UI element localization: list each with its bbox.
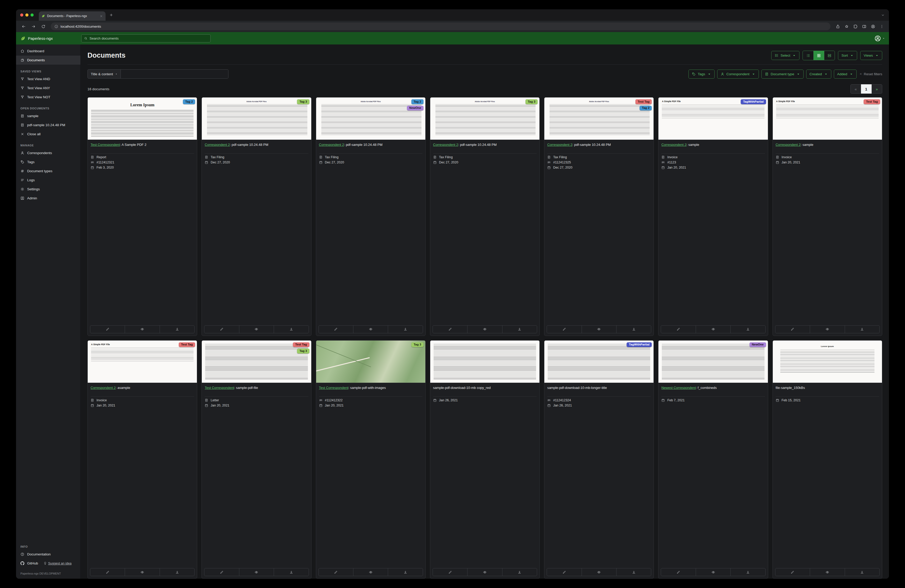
document-date-label: Dec 27, 2020: [211, 160, 230, 164]
sidebar-item-dashboard[interactable]: Dashboard: [16, 46, 81, 55]
sidebar-item-logs[interactable]: Logs: [16, 176, 81, 185]
tag-badge[interactable]: NewOne: [407, 106, 424, 111]
address-bar[interactable]: localhost:4200/documents: [51, 22, 452, 30]
sidebar-item-label: pdf-sample 10.24.48 PM: [27, 123, 65, 127]
tag-badges: Tag 2NewOne: [407, 99, 424, 110]
sidebar-item-admin[interactable]: Admin: [16, 194, 81, 203]
sidebar-item-label: Dashboard: [27, 49, 44, 53]
calendar-icon: [319, 160, 322, 164]
thumbnail-page: Lorem Ipsum: [88, 97, 197, 139]
document-thumbnail[interactable]: Adobe Acrobat PDF FilesTag 3: [430, 97, 452, 140]
thumbnail-doc-body: [435, 104, 452, 136]
sidebar-item-close-all[interactable]: Close all: [16, 130, 81, 139]
document-title: Test Correspondent: A Sample PDF 2: [88, 140, 197, 153]
main-content: Documents Select Sort: [81, 44, 452, 294]
document-card[interactable]: Adobe Acrobat PDF FilesTag 3Corresponden…: [202, 97, 311, 294]
title-content-dropdown[interactable]: Title & content: [87, 69, 121, 79]
document-title-text: : pdf-sample 10.24.48 PM: [344, 143, 383, 147]
sidebar-item-documents[interactable]: Documents: [16, 55, 81, 65]
sidebar-item-test-view-any[interactable]: Test View ANY: [16, 84, 81, 93]
arrow-right-icon: [31, 24, 36, 29]
tab-title: Documents - Paperless-ngx: [47, 14, 98, 18]
sidebar-item-test-view-not[interactable]: Test View NOT: [16, 93, 81, 101]
sidebar-item-label: Test View AND: [27, 77, 50, 81]
document-thumbnail[interactable]: Adobe Acrobat PDF FilesTag 3: [202, 97, 311, 140]
calendar-icon: [433, 160, 437, 164]
tag-badges: Tag 3: [297, 99, 309, 104]
document-asn-label: #112412321: [97, 160, 114, 164]
paperless-app: Paperless-ngx DashboardDocuments SAVED V…: [16, 32, 452, 294]
search-input[interactable]: [89, 36, 208, 40]
document-count: 16 documents: [87, 87, 110, 91]
document-type: Tax Filing: [433, 155, 452, 159]
zoom-window-button[interactable]: [30, 13, 33, 17]
close-window-button[interactable]: [20, 13, 23, 17]
funnel-icon: [21, 86, 24, 90]
document-type: Tax Filing: [205, 155, 308, 159]
thumbnail-doc-title: Adobe Acrobat PDF Files: [319, 101, 422, 102]
funnel-icon: [21, 77, 24, 81]
open-documents-heading: OPEN DOCUMENTS: [16, 107, 81, 110]
document-date: Feb 3, 2020: [90, 166, 194, 170]
document-thumbnail[interactable]: Lorem IpsumTag 2: [88, 97, 197, 140]
document-grid: Lorem IpsumTag 2Test Correspondent: A Sa…: [87, 97, 452, 294]
minimize-window-button[interactable]: [25, 13, 29, 17]
house-icon: [21, 49, 24, 53]
sidebar-item-label: Test View NOT: [27, 95, 51, 99]
filter-query-input[interactable]: [121, 69, 229, 79]
browser-tab[interactable]: Documents - Paperless-ngx: [39, 11, 106, 21]
list-icon: [21, 178, 24, 182]
upc-icon: [90, 160, 94, 164]
reload-button[interactable]: [39, 22, 48, 31]
filetext-icon: [205, 155, 208, 159]
document-card[interactable]: Adobe Acrobat PDF FilesTag 3Corresponden…: [430, 97, 452, 294]
app-logo[interactable]: Paperless-ngx: [20, 36, 81, 41]
sidebar-item-document-types[interactable]: Document types: [16, 166, 81, 176]
results-bar: 16 documents « 1 »: [87, 84, 452, 94]
document-metadata: Tax FilingDec 27, 2020: [319, 153, 422, 165]
document-date: Dec 27, 2020: [205, 160, 308, 164]
document-thumbnail[interactable]: Adobe Acrobat PDF FilesTag 2NewOne: [316, 97, 426, 140]
new-tab-button[interactable]: [109, 13, 113, 17]
document-title-text: : pdf-sample 10.24.48 PM: [230, 143, 268, 147]
document-type: Report: [90, 155, 194, 159]
app-body: DashboardDocuments SAVED VIEWS Test View…: [16, 44, 452, 294]
calendar-icon: [90, 166, 94, 170]
tag-badge[interactable]: Tag 3: [297, 99, 309, 104]
global-search[interactable]: [81, 34, 211, 43]
sidebar-item-pdf-sample-10-24-48-pm[interactable]: pdf-sample 10.24.48 PM: [16, 120, 81, 130]
sidebar-item-label: Documents: [27, 58, 45, 62]
sidebar-item-test-view-and[interactable]: Test View AND: [16, 74, 81, 84]
document-title: Correspondent 2: pdf-sample 10.24.48 PM: [316, 140, 426, 153]
sidebar-item-settings[interactable]: Settings: [16, 185, 81, 194]
caret-down-icon: [115, 73, 117, 75]
sidebar-item-tags[interactable]: Tags: [16, 157, 81, 166]
sidebar-item-correspondents[interactable]: Correspondents: [16, 148, 81, 157]
document-card[interactable]: Adobe Acrobat PDF FilesTag 2NewOneCorres…: [316, 97, 426, 294]
tab-close-icon[interactable]: [100, 14, 103, 18]
document-date-label: Dec 27, 2020: [325, 160, 344, 164]
app-name: Paperless-ngx: [28, 36, 53, 41]
window-controls: [20, 13, 33, 17]
filetext-icon: [21, 114, 24, 118]
person-icon: [21, 151, 24, 155]
tag-badge[interactable]: Tag 2: [411, 99, 424, 104]
document-metadata: Report#112412321Feb 3, 2020: [90, 153, 194, 170]
back-button[interactable]: [19, 22, 28, 31]
correspondent-link[interactable]: Correspondent 2: [319, 143, 344, 147]
document-card[interactable]: Lorem IpsumTag 2Test Correspondent: A Sa…: [87, 97, 197, 294]
thumbnail-doc-body: [207, 104, 307, 136]
correspondent-link[interactable]: Correspondent 2: [433, 143, 452, 147]
forward-button[interactable]: [29, 22, 38, 31]
site-info-icon[interactable]: [54, 25, 58, 29]
sidebar-primary-nav: DashboardDocuments: [16, 46, 81, 65]
sidebar-item-sample[interactable]: sample: [16, 111, 81, 120]
correspondent-link[interactable]: Test Correspondent: [90, 143, 120, 147]
tag-badge[interactable]: Tag 2: [183, 99, 195, 104]
document-date-label: Dec 27, 2020: [439, 160, 452, 164]
correspondent-link[interactable]: Correspondent 2: [205, 143, 230, 147]
filetext-icon: [90, 155, 94, 159]
browser-tab-strip: Documents - Paperless-ngx: [16, 9, 452, 21]
gear-icon: [21, 187, 24, 191]
filetext-icon: [319, 155, 322, 159]
